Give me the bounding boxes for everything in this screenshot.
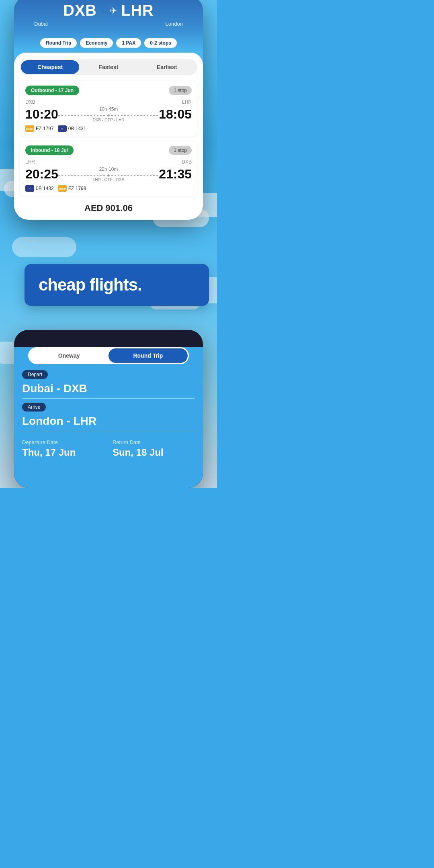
gap-space [0, 232, 217, 264]
outbound-airports: DXB LHR [25, 99, 192, 105]
tab-earliest[interactable]: Earliest [138, 60, 196, 74]
outbound-airline1: dubai FZ 1797 [25, 125, 54, 132]
dash-left2 [58, 175, 106, 176]
outbound-airlines: dubai FZ 1797 ≈ 0B 1431 [25, 125, 192, 132]
outbound-header: Outbound - 17 Jun 1 stop [25, 86, 192, 95]
inbound-duration: 22h 10m [58, 166, 159, 172]
filter-pills: Round Trip Economy 1 PAX 0-2 stops [22, 35, 195, 53]
inbound-airlines: ≈ 0B 1432 dubai FZ 1798 [25, 185, 192, 192]
blueair-logo-in: ≈ [25, 185, 34, 192]
trip-type-pill[interactable]: Round Trip [40, 38, 77, 48]
passengers-pill[interactable]: 1 PAX [116, 38, 141, 48]
depart-label: Depart [22, 370, 48, 379]
outbound-line: ✈ [58, 113, 159, 118]
arrive-label: Arrive [22, 403, 46, 411]
outbound-stops: 1 stop [169, 86, 192, 95]
tab-fastest[interactable]: Fastest [79, 60, 137, 74]
outbound-card: Outbound - 17 Jun 1 stop DXB LHR 10:20 1… [20, 81, 197, 137]
dash-right2 [111, 175, 159, 176]
dates-row: Departure Date Thu, 17 Jun Return Date S… [14, 435, 203, 462]
dash-right [111, 115, 159, 116]
plane-small2: ✈ [107, 173, 110, 178]
departure-code: DXB [63, 2, 97, 19]
page-wrapper: 〜 〜 〜 DXB - - - ✈ LHR Dubai [0, 0, 217, 488]
arrival-city: London [166, 21, 183, 27]
plane-icon: ✈ [110, 6, 117, 16]
outbound-arrive-time: 18:05 [159, 107, 192, 122]
inbound-duration-info: 22h 10m ✈ LHR - OTP - DXB [58, 166, 159, 182]
phone-top-screen: DXB - - - ✈ LHR Dubai London Round Trip … [14, 0, 203, 220]
middle-section: cheap flights. [0, 220, 217, 330]
price-peek: AED 901.06 [20, 201, 197, 216]
inbound-airline1: ≈ 0B 1432 [25, 185, 54, 192]
arrival-code: LHR [121, 2, 154, 19]
gap-space-2 [0, 306, 217, 322]
outbound-badge: Outbound - 17 Jun [25, 86, 79, 95]
inbound-line: ✈ [58, 173, 159, 178]
plane-small: ✈ [107, 113, 110, 118]
bottom-spacer [14, 462, 203, 470]
tab-cheapest[interactable]: Cheapest [21, 60, 79, 74]
outbound-depart-time: 10:20 [25, 107, 58, 122]
dash-left [58, 115, 106, 116]
arrive-field[interactable]: Arrive London - LHR [22, 403, 195, 431]
stops-pill[interactable]: 0-2 stops [144, 38, 177, 48]
return-date-block[interactable]: Return Date Sun, 18 Jul [113, 439, 195, 458]
phone-bottom: Oneway Round Trip Depart Dubai - DXB Arr… [14, 330, 203, 488]
inbound-depart-time: 20:25 [25, 167, 58, 182]
inbound-airports: LHR DXB [25, 159, 192, 165]
cabin-class-pill[interactable]: Economy [80, 38, 113, 48]
trip-oneway[interactable]: Oneway [29, 348, 108, 363]
departure-date-value: Thu, 17 Jun [22, 447, 104, 458]
return-date-value: Sun, 18 Jul [113, 447, 195, 458]
tab-row: Cheapest Fastest Earliest [20, 59, 197, 75]
content-layer: DXB - - - ✈ LHR Dubai London Round Trip … [0, 0, 217, 488]
airport-row: DXB - - - ✈ LHR [22, 2, 195, 19]
outbound-dest: LHR [182, 99, 192, 105]
inbound-time-row: 20:25 22h 10m ✈ LHR - OTP - DXB 21 [25, 166, 192, 182]
outbound-origin: DXB [25, 99, 35, 105]
flight-header: DXB - - - ✈ LHR Dubai London Round Trip … [14, 0, 203, 53]
trip-roundtrip[interactable]: Round Trip [108, 348, 188, 363]
arrive-value: London - LHR [22, 415, 195, 431]
inbound-stops: 1 stop [169, 146, 192, 155]
tabs-container: Cheapest Fastest Earliest Outbound - 17 … [14, 53, 203, 220]
outbound-duration: 10h 45m [58, 106, 159, 112]
outbound-duration-info: 10h 45m ✈ DXB - OTP - LHR [58, 106, 159, 122]
phone-top: DXB - - - ✈ LHR Dubai London Round Trip … [14, 0, 203, 220]
inbound-dest: DXB [182, 159, 192, 165]
depart-field[interactable]: Depart Dubai - DXB [22, 370, 195, 399]
depart-value: Dubai - DXB [22, 382, 195, 399]
promo-text: cheap flights. [39, 275, 195, 295]
outbound-via: DXB - OTP - LHR [58, 118, 159, 122]
promo-box: cheap flights. [25, 264, 209, 306]
flight-icon: - - - ✈ [101, 6, 117, 16]
outbound-time-row: 10:20 10h 45m ✈ DXB - OTP - LHR 18 [25, 106, 192, 122]
departure-date-label: Departure Date [22, 439, 104, 445]
departure-date-block[interactable]: Departure Date Thu, 17 Jun [22, 439, 104, 458]
phone-bottom-screen: Oneway Round Trip Depart Dubai - DXB Arr… [14, 347, 203, 488]
blueair-logo-out: ≈ [58, 125, 67, 132]
airport-names-row: Dubai London [22, 21, 195, 31]
inbound-via: LHR - OTP - DXB [58, 178, 159, 182]
inbound-card: Inbound - 18 Jul 1 stop LHR DXB 20:25 22… [20, 141, 197, 197]
inbound-airline2: dubai FZ 1798 [58, 185, 86, 192]
trip-toggle: Oneway Round Trip [28, 347, 189, 364]
inbound-header: Inbound - 18 Jul 1 stop [25, 145, 192, 155]
outbound-airline2: ≈ 0B 1431 [58, 125, 86, 132]
return-date-label: Return Date [113, 439, 195, 445]
departure-city: Dubai [34, 21, 48, 27]
notch-bump [96, 334, 121, 341]
search-section: Depart Dubai - DXB Arrive London - LHR [14, 370, 203, 431]
flydubai-logo-in: dubai [58, 185, 67, 192]
inbound-badge: Inbound - 18 Jul [25, 145, 74, 155]
inbound-origin: LHR [25, 159, 35, 165]
flydubai-logo-out: dubai [25, 125, 34, 132]
inbound-arrive-time: 21:35 [159, 167, 192, 182]
phone-notch [14, 330, 203, 341]
